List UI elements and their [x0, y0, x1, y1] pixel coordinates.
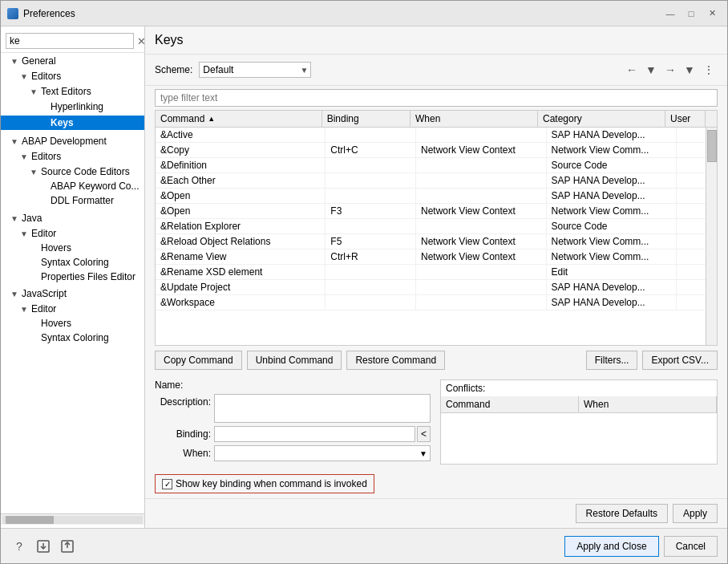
filter-input[interactable] [155, 89, 718, 107]
table-row[interactable]: &Workspace SAP HANA Develop... [156, 295, 717, 310]
show-binding-checkbox[interactable]: ✓ [162, 479, 172, 489]
th-user[interactable]: User [665, 111, 706, 127]
td-command: &Open [156, 189, 326, 203]
th-when[interactable]: When [411, 111, 538, 127]
td-binding [326, 189, 416, 203]
h-scroll-track [2, 516, 143, 524]
table-row[interactable]: &Copy Ctrl+C Network View Context Networ… [156, 143, 717, 158]
restore-defaults-button[interactable]: Restore Defaults [576, 504, 668, 523]
copy-command-button[interactable]: Copy Command [155, 351, 242, 370]
td-command: &Copy [156, 143, 326, 157]
binding-clear-button[interactable]: < [417, 426, 431, 442]
help-icon[interactable]: ? [10, 538, 28, 555]
sidebar-item-java-hovers[interactable]: Hovers [1, 241, 144, 255]
table-row[interactable]: &Each Other SAP HANA Develop... [156, 173, 717, 189]
th-binding[interactable]: Binding [322, 111, 411, 127]
sidebar-item-ddl-formatter[interactable]: DDL Formatter [1, 193, 144, 208]
menu-button[interactable]: ⋮ [700, 61, 718, 79]
td-binding: Ctrl+C [326, 143, 416, 157]
td-command: &Rename XSD element [156, 265, 326, 279]
td-category: Network View Comm... [547, 204, 677, 218]
sidebar-item-java-syntax[interactable]: Syntax Coloring [1, 255, 144, 270]
td-category: Network View Comm... [547, 143, 677, 157]
table-row[interactable]: &Reload Object Relations F5 Network View… [156, 234, 717, 250]
preferences-window: Preferences — □ ✕ ✕ ▼ General [0, 0, 728, 564]
binding-input[interactable] [214, 426, 415, 442]
td-when [416, 128, 547, 142]
main-panel: Keys Scheme: Default Emacs ▼ ← ▼ → ▼ [145, 26, 727, 528]
td-binding [326, 280, 416, 294]
export-csv-button[interactable]: Export CSV... [642, 351, 718, 370]
td-command: &Rename View [156, 250, 326, 264]
maximize-button[interactable]: □ [682, 5, 700, 22]
panel-header: Keys [145, 26, 727, 55]
table-scrollbar[interactable] [706, 128, 717, 345]
table-area: Command ▲ Binding When Category User [155, 110, 718, 346]
table-row[interactable]: &Definition Source Code [156, 158, 717, 173]
conflicts-when-col: When [579, 396, 717, 412]
arrow-icon: ▼ [30, 168, 41, 177]
sidebar-item-java[interactable]: ▼ Java [1, 211, 144, 225]
td-category: SAP HANA Develop... [547, 173, 677, 188]
td-binding [326, 295, 416, 310]
tree: ▼ General ▼ Editors ▼ Text E [1, 53, 144, 513]
td-category: Network View Comm... [547, 250, 677, 264]
dropdown-button[interactable]: ▼ [642, 61, 660, 79]
close-button[interactable]: ✕ [703, 5, 721, 22]
sidebar-item-abap[interactable]: ▼ ABAP Development [1, 134, 144, 148]
sidebar-item-hyperlinking[interactable]: Hyperlinking [1, 99, 144, 114]
conflicts-command-col: Command [441, 396, 579, 412]
search-clear-button[interactable]: ✕ [137, 35, 145, 47]
table-row[interactable]: &Open SAP HANA Develop... [156, 189, 717, 204]
dropdown-button2[interactable]: ▼ [681, 61, 698, 79]
restore-command-button[interactable]: Restore Command [346, 351, 445, 370]
table-row[interactable]: &Rename XSD element Edit [156, 265, 717, 280]
td-command: &Each Other [156, 173, 326, 188]
table-row[interactable]: &Relation Explorer Source Code [156, 219, 717, 234]
description-input[interactable] [214, 394, 431, 423]
action-row: Copy Command Unbind Command Restore Comm… [145, 346, 727, 375]
td-category: Edit [547, 265, 677, 279]
forward-button[interactable]: → [661, 61, 679, 79]
scrollbar-thumb [707, 130, 717, 162]
sidebar-item-java-props[interactable]: Properties Files Editor [1, 270, 144, 284]
sidebar-item-source-code-editors[interactable]: ▼ Source Code Editors [1, 164, 144, 179]
sidebar-item-js-syntax[interactable]: Syntax Coloring [1, 331, 144, 345]
arrow-icon: ▼ [10, 137, 22, 146]
apply-button[interactable]: Apply [673, 504, 718, 523]
td-command: &Workspace [156, 295, 326, 310]
th-category[interactable]: Category [538, 111, 665, 127]
sidebar-item-general[interactable]: ▼ General [1, 54, 144, 68]
sidebar-item-keys[interactable]: Keys [1, 116, 144, 130]
checkbox-container: ✓ Show key binding when command is invok… [155, 474, 374, 493]
when-label: When: [155, 445, 211, 459]
table-row[interactable]: &Rename View Ctrl+R Network View Context… [156, 250, 717, 265]
sidebar-item-abap-keyword[interactable]: ABAP Keyword Co... [1, 179, 144, 193]
sidebar-item-abap-editors[interactable]: ▼ Editors [1, 149, 144, 164]
scheme-select[interactable]: Default Emacs [199, 62, 311, 78]
td-category: Source Code [547, 158, 677, 172]
export-icon[interactable] [59, 538, 76, 555]
minimize-button[interactable]: — [661, 5, 679, 22]
sidebar-item-java-editor[interactable]: ▼ Editor [1, 226, 144, 241]
sidebar-item-js-editor[interactable]: ▼ Editor [1, 302, 144, 316]
filters-button[interactable]: Filters... [586, 351, 638, 370]
table-row[interactable]: &Active SAP HANA Develop... [156, 128, 717, 143]
table-row[interactable]: &Open F3 Network View Context Network Vi… [156, 204, 717, 219]
td-binding: F5 [326, 234, 416, 249]
sidebar-item-js-hovers[interactable]: Hovers [1, 316, 144, 331]
sidebar-item-javascript[interactable]: ▼ JavaScript [1, 286, 144, 301]
table-row[interactable]: &Update Project SAP HANA Develop... [156, 280, 717, 295]
td-category: SAP HANA Develop... [547, 295, 677, 310]
back-button[interactable]: ← [623, 61, 641, 79]
when-select[interactable] [214, 445, 431, 461]
apply-and-close-button[interactable]: Apply and Close [564, 536, 658, 557]
import-icon[interactable] [34, 538, 52, 555]
sidebar-h-scrollbar[interactable] [1, 513, 144, 525]
sidebar-item-text-editors[interactable]: ▼ Text Editors [1, 84, 144, 99]
search-input[interactable] [6, 33, 134, 49]
sidebar-item-editors[interactable]: ▼ Editors [1, 69, 144, 83]
unbind-command-button[interactable]: Unbind Command [247, 351, 342, 370]
cancel-button[interactable]: Cancel [664, 536, 718, 557]
th-command[interactable]: Command ▲ [156, 111, 322, 127]
